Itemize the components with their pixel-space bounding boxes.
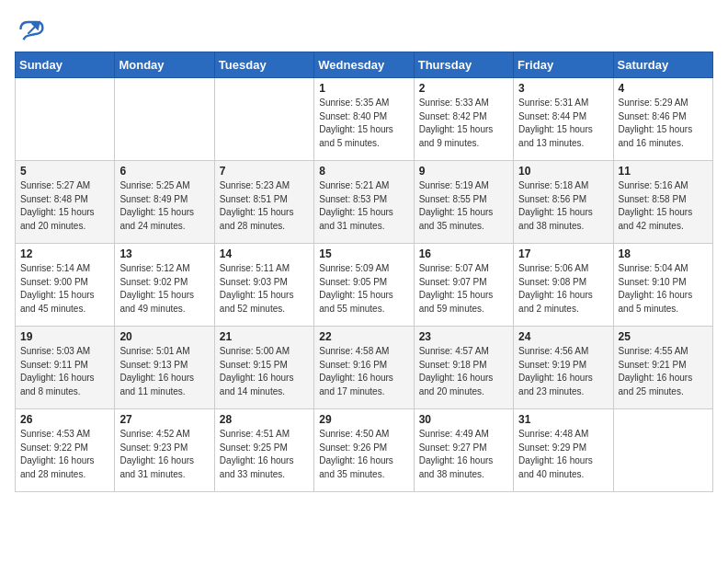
calendar-cell: 6Sunrise: 5:25 AM Sunset: 8:49 PM Daylig… — [115, 161, 214, 244]
logo — [15, 15, 48, 44]
day-number: 9 — [419, 165, 508, 178]
calendar-cell: 18Sunrise: 5:04 AM Sunset: 9:10 PM Dayli… — [613, 244, 712, 327]
day-number: 10 — [518, 165, 608, 178]
calendar-cell: 13Sunrise: 5:12 AM Sunset: 9:02 PM Dayli… — [115, 244, 214, 327]
calendar-table: SundayMondayTuesdayWednesdayThursdayFrid… — [15, 52, 713, 492]
calendar-cell: 21Sunrise: 5:00 AM Sunset: 9:15 PM Dayli… — [214, 327, 313, 409]
day-number: 20 — [119, 330, 209, 343]
day-number: 29 — [319, 413, 408, 426]
calendar-cell: 26Sunrise: 4:53 AM Sunset: 9:22 PM Dayli… — [16, 409, 115, 492]
calendar-cell: 22Sunrise: 4:58 AM Sunset: 9:16 PM Dayli… — [314, 327, 414, 409]
calendar-cell: 3Sunrise: 5:31 AM Sunset: 8:44 PM Daylig… — [514, 78, 613, 161]
day-number: 22 — [319, 330, 408, 343]
day-info: Sunrise: 5:04 AM Sunset: 9:10 PM Dayligh… — [619, 262, 708, 316]
calendar-cell: 19Sunrise: 5:03 AM Sunset: 9:11 PM Dayli… — [16, 327, 115, 409]
day-info: Sunrise: 5:29 AM Sunset: 8:46 PM Dayligh… — [619, 97, 708, 150]
day-info: Sunrise: 4:48 AM Sunset: 9:29 PM Dayligh… — [518, 428, 608, 481]
calendar-cell: 5Sunrise: 5:27 AM Sunset: 8:48 PM Daylig… — [16, 161, 115, 244]
calendar-cell: 9Sunrise: 5:19 AM Sunset: 8:55 PM Daylig… — [414, 161, 513, 244]
day-number: 15 — [319, 247, 408, 260]
calendar-cell: 14Sunrise: 5:11 AM Sunset: 9:03 PM Dayli… — [214, 244, 313, 327]
day-number: 8 — [319, 165, 408, 178]
day-number: 5 — [20, 165, 109, 178]
day-number: 11 — [619, 165, 708, 178]
day-info: Sunrise: 4:57 AM Sunset: 9:18 PM Dayligh… — [419, 345, 508, 398]
calendar-cell — [613, 409, 712, 492]
day-number: 13 — [119, 247, 209, 260]
day-info: Sunrise: 5:12 AM Sunset: 9:02 PM Dayligh… — [119, 262, 209, 316]
page-header — [15, 15, 713, 44]
calendar-cell: 8Sunrise: 5:21 AM Sunset: 8:53 PM Daylig… — [314, 161, 414, 244]
week-row-3: 12Sunrise: 5:14 AM Sunset: 9:00 PM Dayli… — [16, 244, 713, 327]
week-row-5: 26Sunrise: 4:53 AM Sunset: 9:22 PM Dayli… — [16, 409, 713, 492]
logo-icon — [15, 15, 44, 44]
day-number: 28 — [220, 413, 309, 426]
weekday-header-thursday: Thursday — [414, 52, 513, 78]
calendar-cell: 30Sunrise: 4:49 AM Sunset: 9:27 PM Dayli… — [414, 409, 513, 492]
calendar-cell: 31Sunrise: 4:48 AM Sunset: 9:29 PM Dayli… — [514, 409, 613, 492]
weekday-header-wednesday: Wednesday — [314, 52, 414, 78]
weekday-header-saturday: Saturday — [613, 52, 712, 78]
day-number: 18 — [619, 247, 708, 260]
day-info: Sunrise: 5:27 AM Sunset: 8:48 PM Dayligh… — [20, 179, 109, 233]
calendar-cell: 25Sunrise: 4:55 AM Sunset: 9:21 PM Dayli… — [613, 327, 712, 409]
calendar-cell: 10Sunrise: 5:18 AM Sunset: 8:56 PM Dayli… — [514, 161, 613, 244]
calendar-cell: 23Sunrise: 4:57 AM Sunset: 9:18 PM Dayli… — [414, 327, 513, 409]
day-info: Sunrise: 5:35 AM Sunset: 8:40 PM Dayligh… — [319, 97, 408, 150]
calendar-cell: 24Sunrise: 4:56 AM Sunset: 9:19 PM Dayli… — [514, 327, 613, 409]
day-info: Sunrise: 4:56 AM Sunset: 9:19 PM Dayligh… — [518, 345, 608, 398]
day-info: Sunrise: 5:25 AM Sunset: 8:49 PM Dayligh… — [119, 179, 209, 233]
day-number: 3 — [518, 82, 608, 95]
calendar-cell: 2Sunrise: 5:33 AM Sunset: 8:42 PM Daylig… — [414, 78, 513, 161]
day-number: 6 — [119, 165, 209, 178]
calendar-cell: 20Sunrise: 5:01 AM Sunset: 9:13 PM Dayli… — [115, 327, 214, 409]
calendar-cell: 7Sunrise: 5:23 AM Sunset: 8:51 PM Daylig… — [214, 161, 313, 244]
calendar-cell — [115, 78, 214, 161]
day-info: Sunrise: 5:09 AM Sunset: 9:05 PM Dayligh… — [319, 262, 408, 316]
calendar-cell: 27Sunrise: 4:52 AM Sunset: 9:23 PM Dayli… — [115, 409, 214, 492]
day-number: 16 — [419, 247, 508, 260]
day-info: Sunrise: 5:33 AM Sunset: 8:42 PM Dayligh… — [419, 97, 508, 150]
calendar-cell: 12Sunrise: 5:14 AM Sunset: 9:00 PM Dayli… — [16, 244, 115, 327]
day-number: 2 — [419, 82, 508, 95]
calendar-cell: 16Sunrise: 5:07 AM Sunset: 9:07 PM Dayli… — [414, 244, 513, 327]
day-number: 27 — [119, 413, 209, 426]
day-number: 25 — [619, 330, 708, 343]
day-number: 23 — [419, 330, 508, 343]
day-number: 26 — [20, 413, 109, 426]
day-info: Sunrise: 4:51 AM Sunset: 9:25 PM Dayligh… — [220, 428, 309, 481]
day-number: 31 — [518, 413, 608, 426]
calendar-cell: 11Sunrise: 5:16 AM Sunset: 8:58 PM Dayli… — [613, 161, 712, 244]
calendar-cell: 28Sunrise: 4:51 AM Sunset: 9:25 PM Dayli… — [214, 409, 313, 492]
day-info: Sunrise: 5:00 AM Sunset: 9:15 PM Dayligh… — [220, 345, 309, 398]
day-number: 17 — [518, 247, 608, 260]
day-number: 30 — [419, 413, 508, 426]
week-row-2: 5Sunrise: 5:27 AM Sunset: 8:48 PM Daylig… — [16, 161, 713, 244]
weekday-header-row: SundayMondayTuesdayWednesdayThursdayFrid… — [16, 52, 713, 78]
calendar-cell: 4Sunrise: 5:29 AM Sunset: 8:46 PM Daylig… — [613, 78, 712, 161]
day-info: Sunrise: 5:07 AM Sunset: 9:07 PM Dayligh… — [419, 262, 508, 316]
calendar-cell: 15Sunrise: 5:09 AM Sunset: 9:05 PM Dayli… — [314, 244, 414, 327]
day-info: Sunrise: 5:19 AM Sunset: 8:55 PM Dayligh… — [419, 179, 508, 233]
day-info: Sunrise: 5:06 AM Sunset: 9:08 PM Dayligh… — [518, 262, 608, 316]
day-info: Sunrise: 5:01 AM Sunset: 9:13 PM Dayligh… — [119, 345, 209, 398]
day-number: 24 — [518, 330, 608, 343]
calendar-cell: 17Sunrise: 5:06 AM Sunset: 9:08 PM Dayli… — [514, 244, 613, 327]
day-number: 21 — [220, 330, 309, 343]
day-info: Sunrise: 4:49 AM Sunset: 9:27 PM Dayligh… — [419, 428, 508, 481]
day-number: 12 — [20, 247, 109, 260]
calendar-cell: 29Sunrise: 4:50 AM Sunset: 9:26 PM Dayli… — [314, 409, 414, 492]
calendar-cell — [16, 78, 115, 161]
day-info: Sunrise: 5:11 AM Sunset: 9:03 PM Dayligh… — [220, 262, 309, 316]
calendar-cell — [214, 78, 313, 161]
calendar-body: 1Sunrise: 5:35 AM Sunset: 8:40 PM Daylig… — [16, 78, 713, 492]
day-info: Sunrise: 4:50 AM Sunset: 9:26 PM Dayligh… — [319, 428, 408, 481]
week-row-1: 1Sunrise: 5:35 AM Sunset: 8:40 PM Daylig… — [16, 78, 713, 161]
day-info: Sunrise: 4:52 AM Sunset: 9:23 PM Dayligh… — [119, 428, 209, 481]
day-number: 1 — [319, 82, 408, 95]
week-row-4: 19Sunrise: 5:03 AM Sunset: 9:11 PM Dayli… — [16, 327, 713, 409]
calendar-cell: 1Sunrise: 5:35 AM Sunset: 8:40 PM Daylig… — [314, 78, 414, 161]
day-info: Sunrise: 5:21 AM Sunset: 8:53 PM Dayligh… — [319, 179, 408, 233]
day-number: 14 — [220, 247, 309, 260]
day-info: Sunrise: 5:14 AM Sunset: 9:00 PM Dayligh… — [20, 262, 109, 316]
